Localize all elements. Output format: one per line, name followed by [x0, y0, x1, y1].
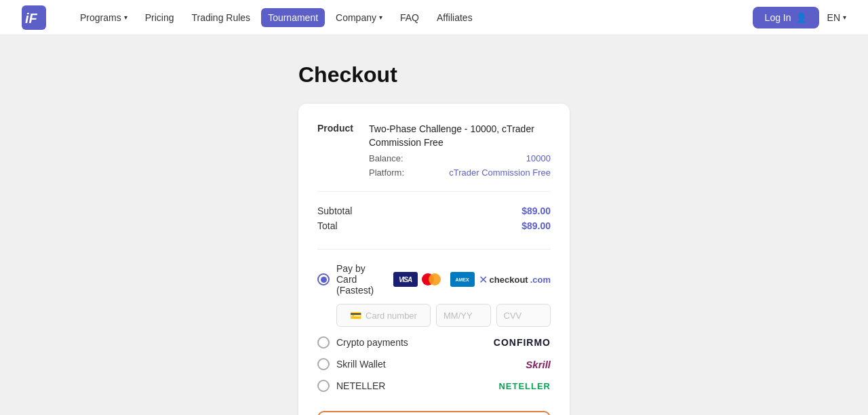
skrill-logo: Skrill	[526, 359, 551, 370]
mastercard-icon	[422, 272, 446, 287]
card-fields: 💳 Card number MM/YY CVV	[336, 304, 551, 327]
card-number-field[interactable]: 💳 Card number	[336, 304, 431, 327]
product-details: Two-Phase Challenge - 10000, cTrader Com…	[369, 123, 551, 178]
skrill-label: Skrill Wallet	[336, 359, 386, 370]
subtotal-amount: $89.00	[521, 205, 551, 216]
neteller-radio[interactable]	[317, 380, 330, 392]
pay-button-wrapper: Pay for order	[317, 411, 551, 415]
checkout-badge: ✕ checkout.com	[479, 273, 551, 286]
chevron-down-icon: ▾	[379, 14, 382, 21]
nav-affiliates[interactable]: Affiliates	[430, 8, 479, 27]
nav-links: Programs ▾ Pricing Trading Rules Tournam…	[73, 8, 753, 27]
total-amount: $89.00	[521, 220, 551, 231]
logo[interactable]: iF	[22, 5, 46, 30]
chevron-down-icon: ▾	[124, 14, 127, 21]
confirmo-logo: CONFIRMO	[494, 337, 551, 348]
navbar: iF Programs ▾ Pricing Trading Rules Tour…	[0, 0, 868, 35]
nav-right: Log In 👤 EN ▾	[753, 7, 846, 28]
main-content: Checkout Product Two-Phase Challenge - 1…	[0, 35, 868, 415]
totals-section: Subtotal $89.00 Total $89.00	[317, 205, 551, 250]
nav-company[interactable]: Company ▾	[329, 8, 389, 27]
payment-option-crypto[interactable]: Crypto payments CONFIRMO	[317, 336, 551, 349]
crypto-label: Crypto payments	[336, 337, 408, 348]
neteller-label: NETELLER	[336, 380, 385, 391]
page-title: Checkout	[298, 62, 570, 87]
payment-methods: Pay by Card (Fastest) VISA AMEX ✕ checko…	[317, 263, 551, 392]
expiry-field[interactable]: MM/YY	[436, 304, 491, 327]
login-button[interactable]: Log In 👤	[753, 7, 819, 28]
platform-value: cTrader Commission Free	[449, 167, 551, 178]
amex-icon: AMEX	[450, 272, 475, 287]
checkout-symbol: ✕	[479, 273, 488, 286]
product-label: Product	[317, 123, 358, 134]
user-icon: 👤	[795, 12, 807, 23]
product-row: Product Two-Phase Challenge - 10000, cTr…	[317, 123, 551, 178]
subtotal-row: Subtotal $89.00	[317, 205, 551, 216]
card-number-icon: 💳	[350, 310, 361, 321]
nav-faq[interactable]: FAQ	[393, 8, 426, 27]
balance-row: Balance: 10000	[369, 153, 551, 163]
cvv-field[interactable]: CVV	[496, 304, 551, 327]
payment-option-skrill[interactable]: Skrill Wallet Skrill	[317, 358, 551, 370]
neteller-logo: NETELLER	[498, 381, 551, 391]
nav-trading-rules[interactable]: Trading Rules	[184, 8, 257, 27]
balance-value: 10000	[526, 153, 551, 163]
checkout-card: Product Two-Phase Challenge - 10000, cTr…	[298, 104, 570, 415]
payment-option-neteller[interactable]: NETELLER NETELLER	[317, 380, 551, 392]
chevron-down-icon: ▾	[843, 14, 846, 21]
card-radio[interactable]	[317, 273, 330, 285]
total-row: Total $89.00	[317, 220, 551, 231]
card-option-row[interactable]: Pay by Card (Fastest) VISA AMEX ✕ checko…	[317, 263, 551, 296]
product-section: Product Two-Phase Challenge - 10000, cTr…	[317, 123, 551, 192]
crypto-radio[interactable]	[317, 336, 330, 349]
lang-selector[interactable]: EN ▾	[827, 12, 846, 23]
checkout-container: Checkout Product Two-Phase Challenge - 1…	[298, 62, 570, 415]
nav-tournament[interactable]: Tournament	[261, 8, 325, 27]
platform-row: Platform: cTrader Commission Free	[369, 167, 551, 178]
product-name: Two-Phase Challenge - 10000, cTrader Com…	[369, 123, 551, 149]
card-label: Pay by Card (Fastest)	[336, 263, 387, 296]
svg-text:iF: iF	[25, 11, 38, 26]
visa-icon: VISA	[393, 272, 418, 287]
nav-pricing[interactable]: Pricing	[138, 8, 181, 27]
payment-option-card: Pay by Card (Fastest) VISA AMEX ✕ checko…	[317, 263, 551, 327]
nav-programs[interactable]: Programs ▾	[73, 8, 134, 27]
skrill-radio[interactable]	[317, 358, 330, 370]
card-logos: VISA AMEX ✕ checkout.com	[393, 272, 551, 287]
